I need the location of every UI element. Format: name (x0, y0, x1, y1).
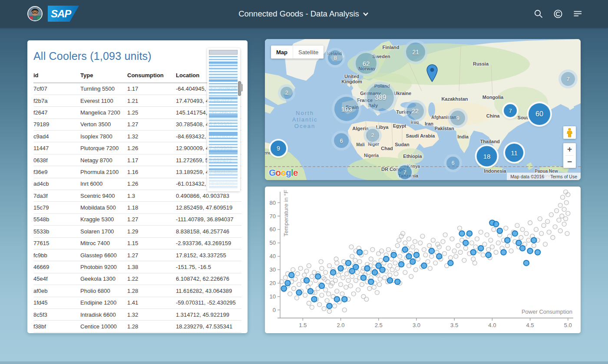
scatter-point-gray[interactable] (388, 263, 392, 268)
map-cluster-2[interactable]: 2 (281, 87, 293, 99)
scatter-point-gray[interactable] (360, 269, 365, 273)
scatter-point-gray[interactable] (504, 226, 508, 230)
scatter-point-gray[interactable] (422, 247, 426, 252)
scatter-point-selected[interactable] (368, 279, 374, 285)
map-cluster-7[interactable]: 7 (561, 72, 575, 86)
scatter-point-selected[interactable] (531, 237, 537, 243)
scatter-point-gray[interactable] (291, 286, 296, 291)
scatter-point-gray[interactable] (565, 231, 569, 236)
scatter-point-gray[interactable] (560, 214, 564, 218)
scatter-point-selected[interactable] (414, 252, 420, 258)
scatter-point-gray[interactable] (372, 285, 376, 289)
scatter-point-gray[interactable] (457, 226, 462, 230)
table-row[interactable]: 15c79Mobildata 5001.1812.852459, 47.6095… (33, 202, 241, 213)
scatter-point-selected[interactable] (497, 228, 503, 234)
scatter-point-gray[interactable] (344, 285, 348, 289)
c-circle-icon[interactable] (553, 9, 563, 19)
scatter-point-selected[interactable] (391, 252, 397, 258)
scatter-point-selected[interactable] (285, 280, 291, 286)
scatter-point-selected[interactable] (501, 249, 506, 255)
scatter-point-selected[interactable] (493, 221, 499, 227)
scatter-point-gray[interactable] (509, 249, 513, 253)
scatter-point-gray[interactable] (288, 292, 292, 296)
scatter-point-gray[interactable] (426, 259, 430, 264)
map-pin-marker[interactable] (426, 64, 438, 82)
scatter-point-gray[interactable] (378, 277, 382, 281)
scatter-point-gray[interactable] (341, 275, 345, 280)
scatter-point-gray[interactable] (564, 200, 568, 205)
scatter-point-selected[interactable] (364, 266, 370, 271)
scatter-point-gray[interactable] (283, 275, 287, 280)
table-row[interactable]: 5533bSolaren 17001.298.838158, 46.257746 (33, 226, 241, 237)
scatter-point-gray[interactable] (369, 257, 373, 261)
scatter-point-gray[interactable] (340, 292, 344, 296)
app-title-dropdown[interactable]: Connected Goods - Data Analysis (0, 0, 608, 28)
google-logo[interactable]: Google (269, 167, 297, 178)
scatter-point-gray[interactable] (418, 241, 423, 245)
table-row[interactable]: f38bfCentice 100001.2818.239279, 47.5353… (33, 321, 241, 332)
scatter-point-gray[interactable] (390, 268, 394, 272)
scatter-point-gray[interactable] (355, 270, 360, 275)
scatter-point-gray[interactable] (542, 223, 546, 228)
scatter-point-gray[interactable] (441, 239, 445, 244)
scatter-point-selected[interactable] (463, 240, 469, 246)
scatter-point-gray[interactable] (423, 253, 428, 257)
scatter-point-gray[interactable] (339, 282, 343, 287)
map-cluster-60[interactable]: 60 (529, 103, 550, 125)
scatter-point-gray[interactable] (410, 245, 415, 249)
scatter-point-gray[interactable] (386, 247, 390, 252)
scatter-point-selected[interactable] (387, 278, 393, 283)
scatter-point-gray[interactable] (561, 195, 565, 200)
scatter-point-gray[interactable] (407, 237, 411, 241)
scatter-point-gray[interactable] (294, 296, 299, 300)
scatter-point-gray[interactable] (485, 233, 489, 237)
scatter-point-selected[interactable] (410, 259, 416, 265)
table-row[interactable]: 46669Photobin 92001.38-151.75, -16.5 (33, 261, 241, 273)
scatter-point-gray[interactable] (553, 225, 557, 229)
scatter-point-gray[interactable] (304, 269, 309, 273)
map-cluster-9[interactable]: 9 (271, 141, 286, 156)
scatter-point-gray[interactable] (297, 282, 301, 287)
scroll-minimap-overlay[interactable] (207, 48, 240, 191)
scatter-point-gray[interactable] (367, 286, 372, 291)
scatter-point-gray[interactable] (327, 309, 331, 314)
scatter-point-gray[interactable] (543, 242, 548, 246)
scatter-point-gray[interactable] (515, 223, 519, 228)
scatter-point-gray[interactable] (350, 274, 354, 279)
menu-icon[interactable] (572, 9, 583, 19)
scatter-point-gray[interactable] (320, 266, 324, 271)
scatter-point-gray[interactable] (494, 250, 498, 255)
scatter-point-gray[interactable] (293, 277, 297, 281)
scatter-point-gray[interactable] (473, 245, 478, 249)
scatter-point-gray[interactable] (401, 231, 405, 236)
scatter-point-gray[interactable] (524, 231, 529, 236)
scatter-point-selected[interactable] (296, 290, 302, 295)
map-cluster-18[interactable]: 18 (477, 146, 497, 167)
scatter-point-selected[interactable] (308, 289, 314, 294)
column-header-id[interactable]: id (33, 69, 80, 83)
scatter-point-selected[interactable] (399, 262, 404, 267)
scatter-point-selected[interactable] (516, 240, 522, 246)
map-button[interactable]: Map (271, 46, 293, 59)
scatter-point-gray[interactable] (407, 263, 411, 268)
map-cluster-389[interactable]: 389 (367, 84, 394, 111)
scatter-point-gray[interactable] (562, 207, 566, 212)
scatter-point-gray[interactable] (558, 229, 562, 233)
scatter-point-gray[interactable] (393, 261, 397, 265)
scatter-point-gray[interactable] (375, 290, 379, 295)
map-cluster-6[interactable]: 6 (334, 133, 349, 148)
scatter-point-selected[interactable] (467, 231, 473, 236)
scatter-point-gray[interactable] (505, 243, 509, 248)
scatter-point-selected[interactable] (406, 254, 412, 259)
scatter-point-gray[interactable] (420, 234, 425, 238)
scatter-point-gray[interactable] (545, 219, 550, 223)
satellite-button[interactable]: Satellite (293, 46, 324, 59)
scatter-point-gray[interactable] (428, 266, 432, 271)
scatter-point-selected[interactable] (334, 296, 340, 302)
scatter-point-selected[interactable] (380, 267, 385, 272)
scatter-point-selected[interactable] (403, 247, 408, 253)
scatter-point-gray[interactable] (383, 275, 387, 280)
scatter-point-selected[interactable] (383, 256, 389, 262)
scatter-point-selected[interactable] (353, 264, 359, 270)
terms-of-use-link[interactable]: Terms of Use (550, 174, 577, 179)
